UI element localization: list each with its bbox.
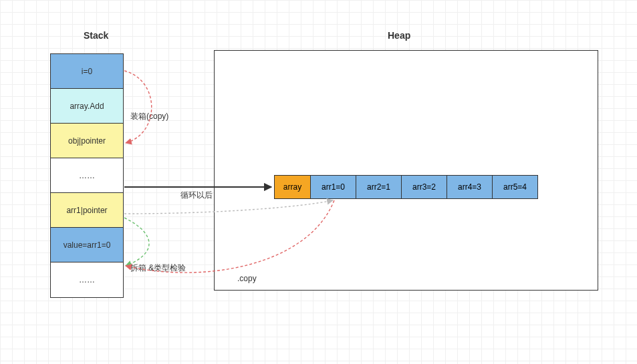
stack-cell-i: i=0 [51, 54, 123, 89]
stack-cell-ellipsis1: …… [51, 158, 123, 193]
heap-frame [214, 50, 598, 291]
stack-title: Stack [84, 30, 108, 41]
stack-cell-value: value=arr1=0 [51, 228, 123, 262]
stack-column: i=0 array.Add obj|pointer …… arr1|pointe… [50, 53, 124, 298]
heap-array-cell-4: arr5=4 [493, 175, 538, 199]
label-boxing: 装箱(copy) [130, 111, 168, 122]
heap-title: Heap [388, 30, 410, 41]
stack-cell-objptr: obj|pointer [51, 124, 123, 158]
heap-array-cell-0: arr1=0 [311, 175, 356, 199]
heap-array-head: array [274, 175, 311, 199]
label-copy: .copy [237, 274, 257, 283]
heap-array-cell-3: arr4=3 [447, 175, 493, 199]
label-loop: 循环以后 [180, 190, 213, 201]
stack-cell-arrayadd: array.Add [51, 89, 123, 124]
heap-array-cell-2: arr3=2 [402, 175, 447, 199]
heap-array-cell-1: arr2=1 [356, 175, 402, 199]
heap-array-row: array arr1=0 arr2=1 arr3=2 arr4=3 arr5=4 [274, 175, 538, 199]
stack-cell-ellipsis2: …… [51, 262, 123, 297]
stack-cell-arr1ptr: arr1|pointer [51, 193, 123, 228]
label-unboxing: 拆箱 &类型检验 [130, 262, 186, 274]
